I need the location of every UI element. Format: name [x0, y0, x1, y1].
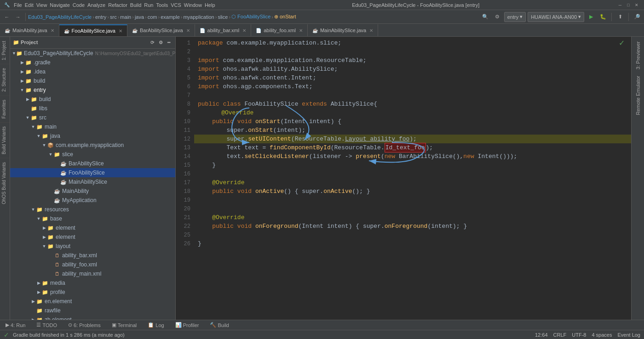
run-button[interactable]: ▶: [586, 12, 596, 22]
tab-mainability[interactable]: ☕ MainAbility.java ✕: [0, 24, 59, 36]
menu-help[interactable]: Help: [205, 2, 215, 8]
panel-hide-icon[interactable]: ━: [165, 39, 172, 46]
search-button[interactable]: 🔍: [480, 12, 490, 22]
panel-label-build-variants[interactable]: Build Variants: [0, 122, 10, 158]
menu-run[interactable]: Run: [144, 2, 153, 8]
menu-refactor[interactable]: Refactor: [108, 2, 127, 8]
code-editor[interactable]: 1 2 3 4 5 6 7 8 9 10 11 12 13 14 15 16 1…: [176, 37, 631, 320]
breadcrumb-main[interactable]: main: [120, 14, 131, 20]
settings-button[interactable]: ⚙: [492, 12, 502, 22]
right-panel-previewer[interactable]: 3: Previewer: [634, 39, 642, 72]
tree-item-ability-bar-xml[interactable]: 🗒 ability_bar.xml: [10, 251, 175, 260]
tree-item-zh-element[interactable]: ▶ 📁 zh.element: [10, 315, 175, 320]
line-ending[interactable]: CRLF: [553, 332, 567, 338]
tree-item-main[interactable]: ▼ 📁 main: [10, 122, 175, 131]
menu-file[interactable]: File: [14, 2, 22, 8]
toolbar-back-button[interactable]: ←: [2, 12, 12, 22]
panel-label-favorites[interactable]: Favorites: [0, 96, 10, 122]
menu-tools[interactable]: Tools: [156, 2, 168, 8]
tree-item-libs[interactable]: 📁 libs: [10, 104, 175, 113]
entry-dropdown[interactable]: entry ▾: [504, 12, 526, 22]
bottom-tab-problems[interactable]: ⊙ 6: Problems: [63, 320, 106, 330]
tree-item-build-root[interactable]: ▶ 📁 build: [10, 76, 175, 85]
breadcrumb-com[interactable]: com: [148, 14, 157, 20]
tree-item-idea[interactable]: ▶ 📁 .idea: [10, 67, 175, 76]
breadcrumb-project[interactable]: Edu03_PageAbilityLifeCycle: [28, 14, 92, 20]
menu-analyze[interactable]: Analyze: [87, 2, 105, 8]
tree-item-root[interactable]: ▼ 📁 Edu03_PageAbilityLifeCycle N:\Harmon…: [10, 49, 175, 58]
bottom-tab-profiler[interactable]: 📊 Profiler: [170, 320, 205, 330]
tab-ability-bar-xml-close[interactable]: ✕: [242, 28, 246, 33]
menu-view[interactable]: View: [36, 2, 47, 8]
tree-item-base[interactable]: ▼ 📁 base: [10, 214, 175, 223]
search-everywhere-button[interactable]: 🔎: [632, 12, 642, 22]
menu-navigate[interactable]: Navigate: [50, 2, 69, 8]
panel-label-project[interactable]: 1: Project: [0, 37, 10, 64]
tab-fooabilityslice[interactable]: ☕ FooAbilitySlice.java ✕: [59, 24, 127, 36]
cursor-position[interactable]: 12:64: [535, 332, 548, 338]
panel-sync-icon[interactable]: ⟳: [149, 39, 156, 46]
event-log[interactable]: Event Log: [617, 332, 640, 338]
window-controls[interactable]: ─ □ ✕: [616, 2, 640, 8]
right-panel-remote-emulator[interactable]: Remote Emulator: [634, 73, 642, 118]
minimize-button[interactable]: ─: [616, 2, 624, 8]
tree-item-src[interactable]: ▼ 📁 src: [10, 113, 175, 122]
bottom-tab-todo[interactable]: ☰ TODO: [31, 320, 63, 330]
tree-item-slice[interactable]: ▼ 📁 slice: [10, 150, 175, 159]
tab-ability-foo-xml-close[interactable]: ✕: [299, 28, 303, 33]
debug-button[interactable]: 🐛: [598, 12, 608, 22]
menu-build[interactable]: Build: [130, 2, 141, 8]
git-button[interactable]: ⬆: [615, 12, 625, 22]
tree-item-graphic[interactable]: ▶ 📁 element: [10, 232, 175, 242]
panel-settings-icon[interactable]: ⚙: [157, 39, 164, 46]
device-dropdown[interactable]: HUAWEI ANA-AN00 ▾: [528, 12, 584, 22]
tree-item-rawfile[interactable]: 📁 rawfile: [10, 306, 175, 315]
breadcrumb-example[interactable]: example: [161, 14, 180, 20]
close-button[interactable]: ✕: [633, 2, 640, 8]
menu-vcs[interactable]: VCS: [171, 2, 181, 8]
breadcrumb-entry[interactable]: entry: [95, 14, 106, 20]
panel-label-structure[interactable]: 2: Structure: [0, 64, 10, 96]
tree-item-ability-main-xml[interactable]: 🗒 ability_main.xml: [10, 269, 175, 278]
tab-ability-foo-xml[interactable]: 📄 ability_foo.xml ✕: [251, 24, 308, 36]
tree-item-java[interactable]: ▼ 📁 java: [10, 131, 175, 141]
tree-item-en-element[interactable]: ▶ 📁 en.element: [10, 297, 175, 306]
tab-ability-bar-xml[interactable]: 📄 ability_bar.xml ✕: [195, 24, 252, 36]
menu-window[interactable]: Window: [184, 2, 202, 8]
tree-item-resources[interactable]: ▼ 📁 resources: [10, 205, 175, 214]
tree-item-main-ability-slice[interactable]: ☕ MainAbilitySlice: [10, 177, 175, 186]
tab-barabilityslice-close[interactable]: ✕: [186, 28, 190, 33]
breadcrumb-method[interactable]: ⊕ onStart: [274, 14, 296, 20]
encoding[interactable]: UTF-8: [572, 332, 586, 338]
tree-item-ability-foo-xml[interactable]: 🗒 ability_foo.xml: [10, 260, 175, 269]
tab-fooabilityslice-close[interactable]: ✕: [119, 28, 122, 34]
breadcrumb-class[interactable]: ⬡ FooAbilitySlice: [231, 14, 270, 20]
breadcrumb-src[interactable]: src: [110, 14, 117, 20]
breadcrumb-myapplication[interactable]: myapplication: [183, 14, 214, 20]
tree-item-my-application[interactable]: ☕ MyApplication: [10, 196, 175, 205]
breadcrumb-java[interactable]: java: [135, 14, 144, 20]
tab-barabilityslice[interactable]: ☕ BarAbilitySlice.java ✕: [127, 24, 195, 36]
tree-item-layout[interactable]: ▼ 📁 layout: [10, 242, 175, 251]
toolbar-forward-button[interactable]: →: [13, 12, 23, 22]
tree-item-com[interactable]: ▼ 📦 com.example.myapplication: [10, 141, 175, 150]
tree-item-bar-ability-slice[interactable]: ☕ BarAbilitySlice: [10, 159, 175, 168]
tab-mainabilityslice[interactable]: ☕ MainAbilitySlice.java ✕: [308, 24, 378, 36]
tab-mainability-close[interactable]: ✕: [51, 28, 54, 33]
bottom-tab-run[interactable]: ▶ 4: Run: [0, 320, 31, 330]
code-lines[interactable]: package com.example.myapplication.slice;…: [194, 37, 631, 320]
menu-code[interactable]: Code: [73, 2, 85, 8]
bottom-tab-build[interactable]: 🔨 Build: [204, 320, 234, 330]
tree-item-entry[interactable]: ▼ 📁 entry: [10, 85, 175, 95]
bottom-tab-terminal[interactable]: ▣ Terminal: [106, 320, 143, 330]
indent-setting[interactable]: 4 spaces: [592, 332, 612, 338]
tree-item-gradle[interactable]: ▶ 📁 .gradle: [10, 58, 175, 67]
breadcrumb-slice[interactable]: slice: [218, 14, 228, 20]
tree-item-element[interactable]: ▶ 📁 element: [10, 223, 175, 232]
maximize-button[interactable]: □: [625, 2, 632, 8]
tree-item-main-ability[interactable]: ☕ MainAbility: [10, 186, 175, 196]
bottom-tab-log[interactable]: 📋 Log: [142, 320, 169, 330]
tree-item-entry-build[interactable]: ▶ 📁 build: [10, 95, 175, 104]
panel-label-ohos[interactable]: OhOS Build Variants: [0, 158, 10, 208]
tree-item-profile[interactable]: ▶ 📁 profile: [10, 288, 175, 297]
